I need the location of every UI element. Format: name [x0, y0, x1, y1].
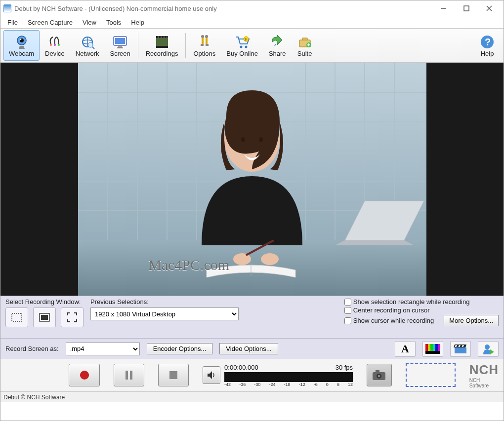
select-window-button[interactable] — [33, 307, 56, 327]
network-icon — [80, 34, 95, 50]
svg-point-33 — [245, 45, 248, 48]
clapperboard-icon — [454, 344, 467, 354]
encoder-options-button[interactable]: Encoder Options... — [147, 343, 213, 354]
camera-icon — [372, 369, 386, 381]
svg-point-59 — [259, 137, 263, 142]
toolbar-options[interactable]: Options — [188, 30, 221, 61]
person-overlay-icon — [482, 344, 495, 354]
svg-text:$: $ — [245, 38, 247, 41]
previous-selections-label: Previous Selections: — [90, 298, 244, 306]
menu-screen-capture[interactable]: Screen Capture — [23, 18, 78, 27]
statusbar: Debut © NCH Software — [0, 391, 504, 402]
menu-file[interactable]: File — [2, 18, 23, 27]
pause-button[interactable] — [114, 364, 144, 386]
toolbar-screen[interactable]: Screen — [105, 30, 136, 61]
format-dropdown[interactable]: .mp4 — [66, 343, 140, 355]
svg-rect-83 — [376, 370, 379, 372]
svg-rect-66 — [425, 344, 428, 351]
menu-view[interactable]: View — [78, 18, 101, 27]
toolbar-webcam-label: Webcam — [9, 50, 34, 57]
webcam-icon — [14, 34, 30, 50]
select-rectangle-button[interactable] — [5, 307, 28, 327]
maximize-button[interactable] — [455, 0, 478, 16]
svg-rect-81 — [169, 371, 177, 379]
svg-rect-79 — [126, 371, 128, 380]
watermark-text: Mac4PC.com — [148, 257, 229, 273]
toolbar-network[interactable]: Network — [70, 30, 105, 61]
svg-point-77 — [485, 344, 490, 349]
pause-icon — [123, 369, 135, 381]
toolbar-share-label: Share — [269, 50, 286, 57]
svg-point-25 — [167, 37, 168, 38]
thumbnail-dropzone[interactable] — [406, 363, 456, 387]
menu-help[interactable]: Help — [126, 18, 149, 27]
toolbar-suite-label: Suite — [297, 50, 312, 57]
svg-rect-68 — [430, 344, 433, 351]
transport-panel: 0:00:00.000 30 fps -42-36-30-24-18-12-60… — [0, 359, 504, 391]
svg-rect-69 — [433, 344, 435, 351]
toolbar-network-label: Network — [76, 50, 99, 57]
preview-area — [0, 63, 504, 296]
toolbar-buy-online[interactable]: $ Buy Online — [221, 30, 263, 61]
record-screen-as-label: Record Screen as: — [5, 345, 59, 352]
color-bars-icon — [425, 344, 440, 354]
close-button[interactable] — [478, 0, 501, 16]
previous-selections-dropdown[interactable]: 1920 x 1080 Virtual Desktop — [90, 307, 239, 320]
toolbar-suite[interactable]: Suite — [292, 30, 318, 61]
video-options-button[interactable]: Video Options... — [219, 343, 278, 354]
speaker-icon — [207, 370, 216, 380]
svg-point-8 — [54, 44, 56, 46]
svg-rect-19 — [156, 38, 168, 46]
options-icon — [197, 34, 212, 50]
minimize-button[interactable] — [432, 0, 455, 16]
svg-point-30 — [201, 35, 204, 38]
toolbar-webcam[interactable]: Webcam — [3, 30, 40, 61]
share-icon — [269, 34, 285, 50]
svg-point-7 — [50, 44, 52, 46]
svg-point-23 — [161, 37, 162, 38]
show-selection-rect-checkbox[interactable]: Show selection rectangle while recording — [344, 298, 499, 306]
menu-tools[interactable]: Tools — [101, 18, 126, 27]
toolbar-recordings[interactable]: Recordings — [140, 30, 184, 61]
svg-rect-17 — [118, 46, 122, 47]
svg-point-58 — [241, 137, 245, 142]
clapperboard-button[interactable] — [450, 341, 471, 357]
toolbar-help-label: Help — [481, 50, 494, 57]
svg-rect-18 — [117, 47, 123, 48]
menubar: File Screen Capture View Tools Help — [0, 16, 504, 28]
text-overlay-button[interactable]: A — [395, 341, 416, 357]
nch-logo: NCH NCH Software — [469, 362, 499, 388]
svg-rect-1 — [464, 6, 469, 11]
preview-image — [78, 63, 426, 296]
toolbar-buy-online-label: Buy Online — [226, 50, 258, 57]
snapshot-button[interactable] — [367, 364, 392, 386]
toolbar-device[interactable]: Device — [40, 30, 70, 61]
stop-button[interactable] — [158, 364, 189, 386]
svg-rect-65 — [41, 315, 48, 320]
device-icon — [47, 34, 63, 50]
svg-rect-21 — [156, 46, 168, 48]
svg-rect-67 — [428, 344, 430, 351]
color-bars-button[interactable] — [422, 341, 443, 357]
more-options-button[interactable]: More Options... — [444, 315, 499, 326]
app-icon — [3, 4, 11, 12]
format-panel: Record Screen as: .mp4 Encoder Options..… — [0, 338, 504, 359]
show-cursor-checkbox[interactable]: Show cursor while recording — [344, 315, 434, 326]
toolbar-share[interactable]: Share — [263, 30, 292, 61]
window-title: Debut by NCH Software - (Unlicensed) Non… — [14, 5, 217, 12]
screen-icon — [112, 34, 128, 50]
speaker-button[interactable] — [203, 366, 220, 384]
svg-rect-80 — [130, 371, 132, 380]
select-fullscreen-button[interactable] — [61, 307, 84, 327]
record-icon — [79, 369, 90, 381]
person-overlay-button[interactable] — [478, 341, 499, 357]
center-on-cursor-checkbox[interactable]: Center recording on cursor — [344, 306, 499, 314]
stop-icon — [168, 369, 179, 381]
svg-point-9 — [58, 44, 60, 46]
record-button[interactable] — [69, 364, 99, 386]
toolbar: Webcam Device Network Screen Recordings … — [0, 28, 504, 63]
recording-selection-panel: Select Recording Window: Previous Select… — [0, 296, 504, 338]
toolbar-help[interactable]: ? Help — [474, 30, 501, 61]
cart-icon: $ — [234, 34, 250, 50]
svg-rect-28 — [201, 44, 204, 46]
